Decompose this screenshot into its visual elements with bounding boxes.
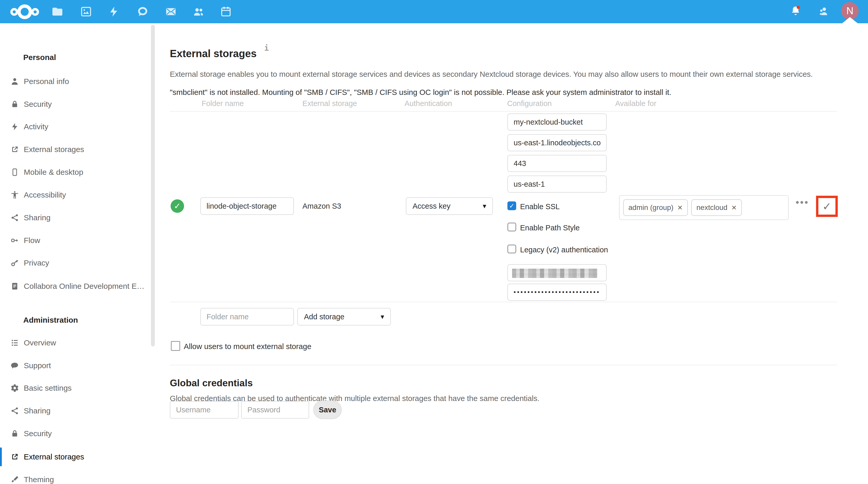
key-icon [10,259,19,267]
sidebar-item-sharing-admin[interactable]: Sharing [0,401,155,420]
folder-name-input[interactable] [200,197,294,215]
access-key-input-redacted[interactable] [507,264,607,281]
sidebar-item-label: Activity [24,122,48,131]
brush-icon [10,475,19,484]
sidebar-item-theming[interactable]: Theming [0,470,155,484]
sidebar-item-sharing-personal[interactable]: Sharing [0,208,155,227]
sidebar-caption-administration: Administration [23,315,78,325]
photos-icon[interactable] [80,6,92,18]
sidebar-item-personal-info[interactable]: Personal info [0,72,155,91]
sidebar-item-label: Sharing [24,213,51,222]
secret-key-input[interactable] [507,284,607,301]
sidebar-scrollbar[interactable] [151,25,155,346]
logo-ring-left [10,8,18,16]
redacted-blur [512,269,597,278]
sidebar-item-label: Security [24,429,52,438]
hostname-input[interactable] [507,134,607,151]
sidebar-item-label: External storages [24,452,84,461]
chip-remove-icon[interactable]: ✕ [677,204,683,211]
enable-path-style-checkbox[interactable] [507,222,516,232]
sidebar-item-label: Overview [24,338,56,347]
available-for-chip-admin-group: admin (group) ✕ [623,199,688,216]
notifications-bell-icon[interactable] [790,5,801,17]
settings-sidebar: Personal Personal info Security Activity… [0,23,155,484]
gear-icon [10,384,19,392]
page-title: External storages [170,48,257,59]
new-folder-name-input[interactable] [200,308,294,326]
sidebar-item-basic-settings[interactable]: Basic settings [0,379,155,397]
add-storage-select[interactable]: Add storage ▾ [297,308,391,326]
sidebar-item-label: External storages [24,145,84,154]
table-top-border [170,111,837,112]
sidebar-item-label: Sharing [24,406,51,415]
chevron-down-icon: ▾ [373,312,384,321]
sidebar-item-activity[interactable]: Activity [0,117,155,136]
chip-remove-icon[interactable]: ✕ [731,204,737,211]
add-storage-selected-value: Add storage [304,312,344,321]
storage-status-ok-icon: ✓ [170,199,184,213]
global-save-button[interactable]: Save [313,400,342,419]
sidebar-item-external-storages-admin[interactable]: External storages [0,448,155,466]
region-input[interactable] [507,176,607,192]
document-icon [10,282,19,291]
available-for-field[interactable]: admin (group) ✕ nextcloud ✕ [619,195,788,220]
sidebar-item-security-personal[interactable]: Security [0,95,155,114]
files-icon[interactable] [52,6,63,18]
sidebar-item-external-storages-personal[interactable]: External storages [0,140,155,159]
sidebar-item-security-admin[interactable]: Security [0,424,155,443]
mail-icon[interactable] [165,6,177,18]
row-options-menu-icon[interactable]: ••• [796,197,809,208]
intro-text: External storage enables you to mount ex… [170,70,813,79]
nextcloud-logo[interactable] [10,4,39,19]
sidebar-item-label: Support [24,361,51,370]
sidebar-item-label: Personal info [24,77,69,86]
accessibility-icon [10,190,19,199]
sidebar-item-flow[interactable]: Flow [0,231,155,250]
activity-icon[interactable] [108,6,120,18]
share-icon [10,213,19,222]
sidebar-item-label: Security [24,100,52,109]
sidebar-item-label: Collabora Online Development Edit… [24,282,148,291]
authentication-select[interactable]: Access key ▾ [406,197,493,215]
contacts-menu-icon[interactable] [818,5,829,17]
lightning-icon [10,122,19,131]
sidebar-item-support[interactable]: Support [0,356,155,375]
check-icon: ✓ [822,200,831,213]
highlight-box: ✓ [816,196,838,217]
available-for-chip-nextcloud: nextcloud ✕ [691,199,742,216]
port-input[interactable] [507,155,607,172]
global-username-input[interactable] [170,401,239,419]
logo-ring-right [31,8,39,16]
legacy-auth-checkbox[interactable] [507,245,516,253]
column-header-configuration: Configuration [507,99,552,108]
row-save-button[interactable]: ✓ [818,198,835,215]
table-bottom-border [170,302,837,302]
bucket-input[interactable] [507,114,607,130]
global-password-input[interactable] [241,401,309,419]
sidebar-item-label: Basic settings [24,384,71,392]
user-icon [10,77,19,86]
sidebar-item-collabora[interactable]: Collabora Online Development Edit… [0,277,155,296]
chip-label: nextcloud [696,204,727,212]
notification-dot [797,6,800,9]
contacts-icon[interactable] [193,6,205,18]
column-header-external-storage: External storage [303,99,357,108]
column-header-available-for: Available for [615,99,656,108]
allow-users-mount-label: Allow users to mount external storage [184,342,311,351]
talk-icon[interactable] [137,6,149,18]
share-icon [10,406,19,415]
calendar-icon[interactable] [220,6,232,18]
enable-ssl-checkbox[interactable]: ✓ [507,202,516,210]
sidebar-item-mobile-desktop[interactable]: Mobile & desktop [0,163,155,181]
info-icon[interactable]: i [264,43,269,53]
sidebar-item-overview[interactable]: Overview [0,334,155,352]
sidebar-item-privacy[interactable]: Privacy [0,254,155,272]
sidebar-item-accessibility[interactable]: Accessibility [0,186,155,204]
global-credentials-title: Global credentials [170,378,253,389]
column-header-folder-name: Folder name [202,99,244,108]
allow-users-mount-checkbox[interactable] [171,341,180,351]
logo-ring-center [17,4,32,19]
enable-ssl-label: Enable SSL [520,203,560,211]
smbclient-warning: "smbclient" is not installed. Mounting o… [170,88,671,97]
sidebar-item-label: Accessibility [24,190,66,199]
